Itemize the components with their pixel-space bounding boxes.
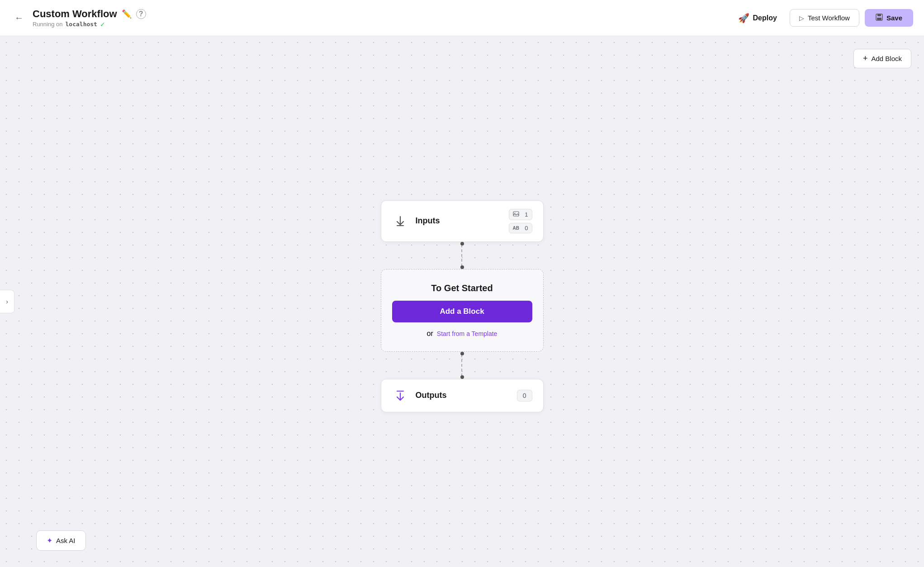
add-block-card-label: Add a Block (440, 307, 484, 316)
ask-ai-label: Ask AI (56, 537, 76, 544)
get-started-node: To Get Started Add a Block or Start from… (381, 269, 544, 352)
save-button[interactable]: Save (865, 9, 913, 27)
connector-dot-bottom-1 (460, 265, 464, 269)
svg-rect-4 (513, 212, 519, 216)
subtitle-host: localhost (66, 21, 97, 28)
add-block-card-button[interactable]: Add a Block (392, 301, 532, 322)
or-line: or Start from a Template (427, 330, 498, 338)
connector-2 (462, 352, 463, 379)
check-icon: ✓ (100, 21, 105, 28)
deploy-label: Deploy (753, 14, 777, 22)
sidebar-toggle[interactable]: › (0, 290, 14, 313)
inputs-node[interactable]: Inputs 1 AB 0 (381, 200, 544, 242)
add-block-label: Add Block (871, 55, 902, 62)
get-started-title: To Get Started (431, 283, 493, 293)
sparkle-icon: ✦ (47, 536, 52, 545)
play-icon: ▷ (799, 14, 804, 22)
save-label: Save (886, 14, 902, 22)
svg-rect-1 (877, 14, 881, 16)
workflow-title-row: Custom Workflow ✏️ ? (33, 8, 146, 20)
svg-rect-2 (877, 18, 881, 20)
deploy-button[interactable]: 🚀 Deploy (731, 9, 784, 27)
subtitle-prefix: Running on (33, 21, 63, 28)
connector-1 (462, 242, 463, 269)
ask-ai-button[interactable]: ✦ Ask AI (36, 530, 86, 551)
or-text: or (427, 330, 433, 338)
inputs-badges: 1 AB 0 (509, 209, 532, 233)
canvas: › + Add Block Inputs 1 (0, 36, 924, 567)
outputs-count: 0 (523, 392, 526, 399)
svg-point-5 (514, 213, 515, 213)
image-badge: 1 (509, 209, 532, 220)
outputs-count-badge: 0 (517, 390, 532, 402)
template-link[interactable]: Start from a Template (437, 330, 498, 337)
template-link-text: Start from a Template (437, 330, 498, 337)
connector-dot-top-2 (460, 352, 464, 355)
back-icon: ← (14, 13, 24, 23)
workflow-area: Inputs 1 AB 0 To Get Started (0, 36, 924, 567)
inputs-icon (392, 213, 408, 229)
test-workflow-label: Test Workflow (808, 14, 850, 22)
connector-dot-bottom-2 (460, 375, 464, 379)
deploy-icon: 🚀 (738, 13, 749, 24)
text-badge-count: 0 (525, 225, 528, 232)
text-badge: AB 0 (509, 223, 532, 233)
image-badge-icon (513, 211, 519, 218)
outputs-icon (392, 387, 408, 404)
chevron-right-icon: › (6, 298, 8, 305)
save-icon (876, 14, 883, 22)
connector-dot-top-1 (460, 242, 464, 246)
add-block-button[interactable]: + Add Block (853, 49, 911, 68)
outputs-node[interactable]: Outputs 0 (381, 379, 544, 412)
subtitle: Running on localhost ✓ (33, 21, 146, 28)
header-left: ← Custom Workflow ✏️ ? Running on localh… (11, 8, 146, 28)
text-badge-icon: AB (513, 226, 519, 231)
back-button[interactable]: ← (11, 10, 27, 26)
inputs-label: Inputs (416, 216, 502, 226)
test-workflow-button[interactable]: ▷ Test Workflow (790, 9, 859, 27)
header-right: 🚀 Deploy ▷ Test Workflow Save (731, 9, 913, 27)
plus-icon: + (863, 54, 868, 63)
title-group: Custom Workflow ✏️ ? Running on localhos… (33, 8, 146, 28)
workflow-title-text: Custom Workflow (33, 8, 117, 20)
outputs-label: Outputs (416, 391, 510, 400)
image-badge-count: 1 (525, 211, 528, 218)
help-icon[interactable]: ? (136, 9, 146, 19)
edit-icon[interactable]: ✏️ (122, 9, 132, 19)
header: ← Custom Workflow ✏️ ? Running on localh… (0, 0, 924, 36)
